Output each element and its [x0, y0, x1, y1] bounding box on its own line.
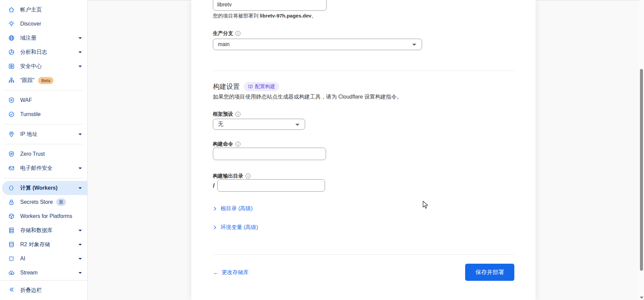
production-branch-label: 生产分支 i — [213, 30, 240, 37]
sidebar-item-zero-trust[interactable]: Zero Trust — [0, 147, 87, 161]
scrollbar-thumb[interactable] — [640, 69, 643, 271]
divider — [213, 254, 514, 255]
database-icon — [8, 227, 15, 234]
sidebar-item-label: 帐户主页 — [20, 6, 42, 13]
analytics-icon — [8, 49, 15, 55]
sidebar-item-label: Stream — [20, 270, 38, 276]
info-icon[interactable]: i — [235, 142, 240, 147]
configure-build-badge[interactable]: 配置构建 — [244, 82, 279, 91]
project-name-input[interactable] — [213, 0, 327, 11]
sidebar-nav: 帐户主页Discover域注册分析和日志安全中心“跟踪”BetaWAFTurns… — [0, 0, 87, 280]
chevrons-left-icon — [8, 286, 15, 294]
production-branch-label-text: 生产分支 — [213, 30, 233, 37]
sidebar-item-label: 域注册 — [20, 35, 36, 42]
cylinder-icon — [8, 241, 15, 248]
collapse-sidebar-button[interactable]: 折叠边栏 — [0, 280, 87, 300]
chevron-right-icon — [213, 207, 217, 211]
divider — [4, 90, 83, 90]
sidebar-item-label: WAF — [20, 97, 32, 103]
sidebar-item-trace[interactable]: “跟踪”Beta — [0, 73, 87, 87]
build-settings-description: 如果您的项目使用静态站点生成器或构建工具，请为 Cloudflare 设置构建指… — [213, 93, 402, 101]
info-icon[interactable]: i — [235, 112, 240, 117]
save-and-deploy-button[interactable]: 保存并部署 — [465, 264, 514, 281]
email-icon — [8, 165, 15, 172]
sidebar-item-label: Discover — [20, 21, 41, 27]
sidebar: 帐户主页Discover域注册分析和日志安全中心“跟踪”BetaWAFTurns… — [0, 0, 88, 300]
sidebar-item-discover[interactable]: Discover — [0, 17, 87, 31]
sidebar-item-workers-for-platforms[interactable]: Workers for Platforms — [0, 209, 87, 223]
sidebar-item-storage-databases[interactable]: 存储和数据库 — [0, 223, 87, 237]
sidebar-item-ip-addresses[interactable]: IP 地址 — [0, 127, 87, 141]
scrollbar-down-arrow-icon[interactable] — [640, 297, 643, 299]
sidebar-item-label: Workers for Platforms — [20, 213, 72, 219]
sidebar-item-secrets-store[interactable]: Secrets Store新 — [0, 195, 87, 209]
divider — [4, 178, 83, 178]
framework-preset-select[interactable]: 无 — [213, 119, 305, 130]
sidebar-item-label: 存储和数据库 — [20, 227, 53, 234]
stream-icon — [8, 269, 15, 276]
sidebar-item-stream[interactable]: Stream — [0, 266, 87, 280]
production-branch-select[interactable]: main — [213, 39, 422, 50]
deploy-hint-suffix: 。 — [312, 13, 317, 18]
info-icon[interactable]: i — [246, 174, 251, 179]
sidebar-item-ai[interactable]: AI — [0, 252, 87, 266]
home-icon — [8, 6, 15, 13]
sidebar-item-turnstile[interactable]: Turnstile — [0, 107, 87, 121]
arrow-left-icon: ← — [213, 269, 219, 276]
build-command-input[interactable] — [213, 148, 326, 160]
sidebar-item-waf[interactable]: WAF — [0, 93, 87, 107]
safe-icon — [8, 63, 15, 70]
build-settings-header: 构建设置 配置构建 — [213, 82, 279, 91]
build-output-input[interactable] — [217, 179, 325, 192]
divider — [4, 144, 83, 144]
beta-badge: Beta — [38, 77, 54, 84]
deploy-hint-domain: libretv-97h.pages.dev — [260, 13, 311, 18]
sidebar-item-account-home[interactable]: 帐户主页 — [0, 3, 87, 17]
sidebar-item-label: IP 地址 — [20, 131, 37, 138]
build-command-label-text: 构建命令 — [213, 141, 233, 147]
workers-icon — [8, 185, 15, 191]
chevron-down-icon — [78, 37, 82, 39]
lightbulb-icon — [8, 21, 15, 27]
sparkle-icon — [8, 255, 15, 262]
sidebar-item-label: 安全中心 — [20, 63, 42, 70]
production-branch-value: main — [218, 41, 230, 47]
shield-icon — [8, 97, 15, 104]
sidebar-item-email-security[interactable]: 电子邮件安全 — [0, 161, 87, 175]
sidebar-item-security-center[interactable]: 安全中心 — [0, 59, 87, 73]
info-icon[interactable]: i — [235, 31, 240, 36]
vertical-scrollbar[interactable] — [639, 0, 644, 300]
change-repository-link[interactable]: ← 更改存储库 — [213, 269, 249, 276]
sidebar-bottom: 折叠边栏 — [0, 280, 87, 300]
chevron-down-icon — [78, 230, 82, 231]
deploy-hint-prefix: 您的项目将被部署到 — [213, 13, 260, 18]
chevron-down-icon — [78, 272, 82, 274]
environment-variables-label: 环境变量 (高级) — [221, 224, 258, 231]
chevron-down-icon — [78, 258, 82, 260]
environment-variables-toggle[interactable]: 环境变量 (高级) — [213, 224, 258, 231]
chevron-down-icon — [78, 134, 82, 135]
divider — [4, 124, 83, 124]
sidebar-item-label: “跟踪” — [20, 77, 35, 84]
sidebar-item-label: 分析和日志 — [20, 49, 47, 56]
sidebar-item-domain-registration[interactable]: 域注册 — [0, 31, 87, 45]
turnstile-icon — [8, 111, 15, 118]
framework-preset-label: 框架预设 i — [213, 111, 240, 117]
sidebar-item-compute-workers[interactable]: 计算 (Workers) — [2, 181, 87, 195]
path-prefix: / — [213, 182, 215, 189]
new-badge: 新 — [56, 198, 66, 206]
build-output-label: 构建输出目录 i — [213, 173, 251, 179]
cube-icon — [8, 213, 15, 220]
root-directory-label: 根目录 (高级) — [221, 205, 253, 212]
root-directory-toggle[interactable]: 根目录 (高级) — [213, 205, 253, 212]
book-icon — [248, 84, 253, 89]
map-pin-icon — [8, 131, 15, 138]
framework-preset-label-text: 框架预设 — [213, 111, 233, 117]
collapse-sidebar-label: 折叠边栏 — [20, 287, 42, 294]
sidebar-item-analytics-logs[interactable]: 分析和日志 — [0, 45, 87, 59]
zero-trust-icon — [8, 151, 15, 157]
chevron-right-icon — [213, 225, 217, 230]
sidebar-item-label: Zero Trust — [20, 151, 45, 157]
build-command-label: 构建命令 i — [213, 141, 240, 147]
sidebar-item-r2-object-storage[interactable]: R2 对象存储 — [0, 237, 87, 252]
